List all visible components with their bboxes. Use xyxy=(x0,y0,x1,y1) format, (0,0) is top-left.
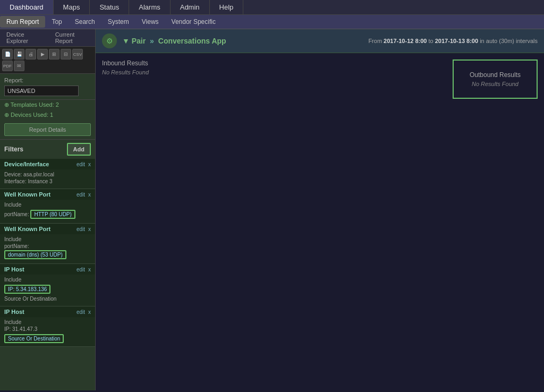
outbound-no-results: No Results Found xyxy=(470,81,521,87)
nav-alarms[interactable]: Alarms xyxy=(129,0,170,14)
nav-search[interactable]: Search xyxy=(69,16,101,28)
filter-port-dns-line1: Include xyxy=(4,236,91,242)
filter-ip-host-2-actions: edit x xyxy=(76,309,91,315)
current-report-link[interactable]: Current Report xyxy=(53,30,91,45)
new-icon[interactable]: 📄 xyxy=(2,49,13,59)
nav-system[interactable]: System xyxy=(101,16,135,28)
filter-device-interface-edit[interactable]: edit xyxy=(76,161,85,167)
filter-ip-host-1-body: Include IP: 5.34.183.136 Source Or Desti… xyxy=(0,275,95,306)
report-time-range: From 2017-10-12 8:00 to 2017-10-13 8:00 … xyxy=(368,38,538,44)
filter-device-line1: Device: asa.plxr.local xyxy=(4,172,91,177)
run-icon[interactable]: ▶ xyxy=(37,49,48,59)
nav-admin[interactable]: Admin xyxy=(171,0,210,14)
nav-maps[interactable]: Maps xyxy=(54,0,90,14)
filter-ip-host-1-remove[interactable]: x xyxy=(88,267,91,272)
print-icon[interactable]: 🖨 xyxy=(26,49,36,59)
filter-port-http-line1: Include xyxy=(4,202,91,208)
filter-ip-host-1-title: IP Host xyxy=(4,266,24,272)
filter-device-interface-title: Device/Interface xyxy=(4,161,49,167)
outbound-title: Outbound Results xyxy=(470,71,521,79)
filter-port-dns-body: Include portName: domain (dns) (53 UDP) xyxy=(0,234,95,263)
csv-icon[interactable]: CSV xyxy=(72,49,83,59)
templates-used-row[interactable]: ⊕ Templates Used: 2 xyxy=(0,100,95,110)
time-from: 2017-10-12 8:00 xyxy=(384,38,427,44)
filter-port-dns-actions: edit x xyxy=(76,226,91,232)
time-interval: auto (30m) intervals xyxy=(486,38,538,44)
filter-ip-host-2-header: IP Host edit x xyxy=(0,306,95,317)
save-icon[interactable]: 💾 xyxy=(14,49,24,59)
report-header: ⚙ ▼ Pair » Conversations App From 2017-1… xyxy=(96,29,544,53)
nav-vendor-specific[interactable]: Vendor Specific xyxy=(165,16,222,28)
grid-icon[interactable]: ⊞ xyxy=(49,49,60,59)
filter-device-interface: Device/Interface edit x Device: asa.plxr… xyxy=(0,159,95,189)
filter-port-dns-header: Well Known Port edit x xyxy=(0,224,95,234)
filter-device-line2: Interface: Instance 3 xyxy=(4,178,91,184)
filter-ip-host-1: IP Host edit x Include IP: 5.34.183.136 … xyxy=(0,264,95,306)
filter-port-http-edit[interactable]: edit xyxy=(76,192,85,198)
inbound-no-results: No Results Found xyxy=(102,69,149,75)
pdf-icon[interactable]: PDF xyxy=(2,61,13,71)
add-filter-button[interactable]: Add xyxy=(67,143,91,156)
filter-device-interface-remove[interactable]: x xyxy=(88,161,91,167)
device-explorer-link[interactable]: Device Explorer xyxy=(4,30,45,45)
nav-dashboard[interactable]: Dashboard xyxy=(0,0,54,14)
report-breadcrumb: ▼ Pair » Conversations App xyxy=(122,37,226,45)
filter-ip-host-1-header: IP Host edit x xyxy=(0,264,95,275)
filter-ip-host-2-extra: Source Or Destination xyxy=(4,334,64,343)
report-label: Report: xyxy=(4,77,91,83)
breadcrumb-prefix: ▼ Pair xyxy=(122,37,146,45)
inbound-results-box: Inbound Results No Results Found xyxy=(102,59,149,75)
time-to: 2017-10-13 8:00 xyxy=(435,38,478,44)
inbound-title: Inbound Results xyxy=(102,59,149,67)
nav-top[interactable]: Top xyxy=(45,16,68,28)
main-layout: Device Explorer Current Report 📄 💾 🖨 ▶ ⊞… xyxy=(0,29,544,390)
filter-device-interface-body: Device: asa.plxr.local Interface: Instan… xyxy=(0,169,95,189)
filter-ip-host-2-line2: IP: 31.41.47.3 xyxy=(4,326,91,332)
nav-views[interactable]: Views xyxy=(135,16,165,28)
filter-port-dns-edit[interactable]: edit xyxy=(76,226,85,232)
filter-ip-host-2-body: Include IP: 31.41.47.3 Source Or Destina… xyxy=(0,317,95,346)
filter-ip-host-1-edit[interactable]: edit xyxy=(76,267,85,272)
filter-port-dns: Well Known Port edit x Include portName:… xyxy=(0,224,95,264)
filter-ip-host-1-value: IP: 5.34.183.136 xyxy=(4,285,50,294)
filter-ip-host-2-edit[interactable]: edit xyxy=(76,309,85,315)
sidebar-toolbar: 📄 💾 🖨 ▶ ⊞ ⊟ CSV PDF ✉ xyxy=(0,47,95,74)
filter-port-http: Well Known Port edit x Include portName:… xyxy=(0,189,95,224)
filter-port-http-remove[interactable]: x xyxy=(88,192,91,198)
filter-port-dns-value: domain (dns) (53 UDP) xyxy=(4,250,66,259)
report-settings-icon: ⚙ xyxy=(102,33,117,48)
filter-ip-host-1-line1: Include xyxy=(4,277,91,283)
filter-port-http-header: Well Known Port edit x xyxy=(0,189,95,200)
results-area: Inbound Results No Results Found Outboun… xyxy=(96,53,544,390)
nav-help[interactable]: Help xyxy=(210,0,244,14)
breadcrumb-name: Conversations App xyxy=(158,37,226,45)
email-icon[interactable]: ✉ xyxy=(14,61,24,71)
chart-icon[interactable]: ⊟ xyxy=(61,49,71,59)
filters-header: Filters Add xyxy=(0,139,95,159)
filter-port-http-line2: portName: HTTP (80 UDP) xyxy=(4,209,91,219)
second-nav: Run Report Top Search System Views Vendo… xyxy=(0,15,544,29)
main-content: ⚙ ▼ Pair » Conversations App From 2017-1… xyxy=(96,29,544,390)
filter-ip-host-2-title: IP Host xyxy=(4,309,24,315)
breadcrumb-arrow: » xyxy=(150,37,154,45)
filter-ip-host-2-remove[interactable]: x xyxy=(88,309,91,315)
sub-nav: Device Explorer Current Report xyxy=(0,29,95,47)
filter-port-dns-remove[interactable]: x xyxy=(88,226,91,232)
devices-used-row[interactable]: ⊕ Devices Used: 1 xyxy=(0,110,95,120)
filter-ip-host-2-line1: Include xyxy=(4,319,91,325)
filter-port-dns-line2: portName: domain (dns) (53 UDP) xyxy=(4,243,91,259)
report-details-button[interactable]: Report Details xyxy=(4,123,91,136)
top-nav: Dashboard Maps Status Alarms Admin Help xyxy=(0,0,544,15)
outbound-results-box: Outbound Results No Results Found xyxy=(453,59,538,99)
report-name-input[interactable] xyxy=(4,86,79,96)
nav-run-report[interactable]: Run Report xyxy=(0,16,45,28)
filter-ip-host-1-extra: Source Or Destination xyxy=(4,296,91,302)
filter-port-http-actions: edit x xyxy=(76,192,91,198)
filter-port-http-value: HTTP (80 UDP) xyxy=(30,210,75,219)
filter-ip-host-1-actions: edit x xyxy=(76,267,91,272)
nav-status[interactable]: Status xyxy=(90,0,129,14)
filter-ip-host-2: IP Host edit x Include IP: 31.41.47.3 So… xyxy=(0,306,95,347)
filters-label: Filters xyxy=(4,146,23,153)
filter-port-http-title: Well Known Port xyxy=(4,191,50,198)
filter-port-http-body: Include portName: HTTP (80 UDP) xyxy=(0,200,95,223)
